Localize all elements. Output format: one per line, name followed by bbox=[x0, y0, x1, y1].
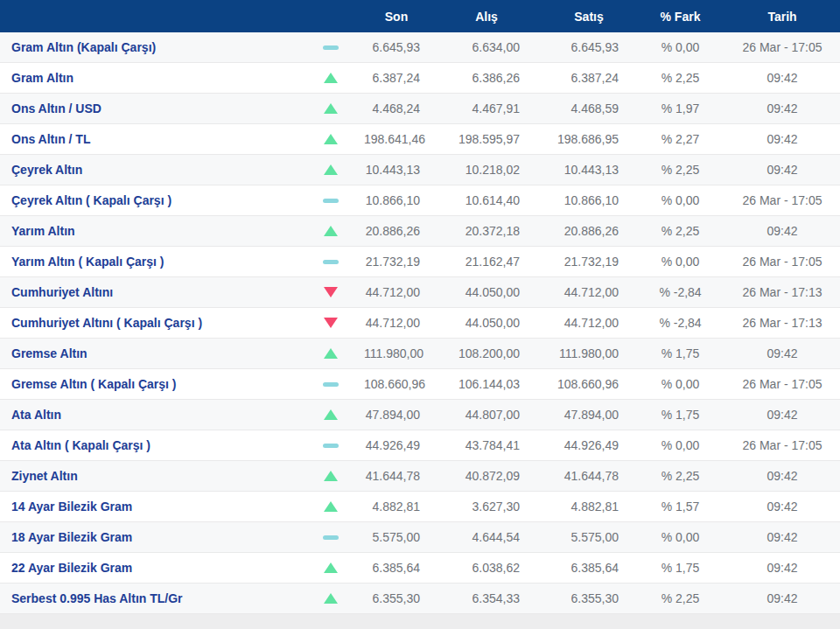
tarih-value: 09:42 bbox=[733, 500, 840, 514]
son-value: 44.712,00 bbox=[364, 316, 429, 330]
trend-up-icon bbox=[324, 103, 338, 114]
alis-value: 44.050,00 bbox=[429, 316, 528, 330]
table-row[interactable]: Ata Altın ( Kapalı Çarşı ) 44.926,49 43.… bbox=[0, 430, 840, 461]
instrument-name-link[interactable]: Gremse Altın bbox=[0, 346, 298, 360]
tarih-value: 09:42 bbox=[733, 469, 840, 483]
table-row[interactable]: Çeyrek Altın 10.443,13 10.218,02 10.443,… bbox=[0, 155, 840, 185]
trend-cell bbox=[298, 260, 364, 264]
trend-up-icon bbox=[324, 348, 338, 359]
table-row[interactable]: Gremse Altın ( Kapalı Çarşı ) 108.660,96… bbox=[0, 369, 840, 400]
alis-value: 108.200,00 bbox=[429, 346, 528, 360]
instrument-name-link[interactable]: Ziynet Altın bbox=[0, 469, 298, 483]
instrument-name-link[interactable]: Yarım Altın ( Kapalı Çarşı ) bbox=[0, 255, 298, 269]
instrument-name-link[interactable]: Ata Altın ( Kapalı Çarşı ) bbox=[0, 438, 298, 452]
son-value: 198.641,46 bbox=[364, 132, 429, 146]
trend-cell bbox=[298, 45, 364, 50]
satis-value: 44.926,49 bbox=[528, 438, 627, 452]
trend-up-icon bbox=[324, 409, 338, 420]
tarih-value: 09:42 bbox=[733, 101, 840, 115]
alis-value: 43.784,41 bbox=[429, 438, 528, 452]
trend-up-icon bbox=[324, 73, 338, 83]
satis-value: 21.732,19 bbox=[528, 255, 627, 269]
table-row[interactable]: Ons Altın / USD 4.468,24 4.467,91 4.468,… bbox=[0, 94, 840, 124]
table-row[interactable]: Gremse Altın 111.980,00 108.200,00 111.9… bbox=[0, 339, 840, 369]
instrument-name-link[interactable]: Çeyrek Altın bbox=[0, 163, 298, 177]
son-value: 10.866,10 bbox=[364, 193, 429, 207]
alis-value: 20.372,18 bbox=[429, 224, 528, 238]
trend-cell bbox=[298, 73, 364, 83]
instrument-name-link[interactable]: Çeyrek Altın ( Kapalı Çarşı ) bbox=[0, 193, 298, 207]
table-row[interactable]: Gram Altın 6.387,24 6.386,26 6.387,24 % … bbox=[0, 63, 840, 94]
alis-value: 106.144,03 bbox=[429, 377, 528, 391]
column-header-fark: % Fark bbox=[627, 10, 733, 24]
table-body: Gram Altın (Kapalı Çarşı) 6.645,93 6.634… bbox=[0, 32, 840, 614]
instrument-name-link[interactable]: Yarım Altın bbox=[0, 224, 298, 238]
instrument-name-link[interactable]: 22 Ayar Bilezik Gram bbox=[0, 561, 298, 575]
instrument-name-link[interactable]: Ata Altın bbox=[0, 408, 298, 422]
satis-value: 47.894,00 bbox=[528, 408, 627, 422]
table-row[interactable]: Ziynet Altın 41.644,78 40.872,09 41.644,… bbox=[0, 461, 840, 492]
son-value: 6.355,30 bbox=[364, 591, 429, 605]
son-value: 47.894,00 bbox=[364, 408, 429, 422]
table-row[interactable]: Cumhuriyet Altını ( Kapalı Çarşı ) 44.71… bbox=[0, 308, 840, 339]
alis-value: 10.614,40 bbox=[429, 193, 528, 207]
instrument-name-link[interactable]: Ons Altın / USD bbox=[0, 101, 298, 115]
table-row[interactable]: Çeyrek Altın ( Kapalı Çarşı ) 10.866,10 … bbox=[0, 185, 840, 216]
alis-value: 21.162,47 bbox=[429, 255, 528, 269]
alis-value: 10.218,02 bbox=[429, 163, 528, 177]
son-value: 41.644,78 bbox=[364, 469, 429, 483]
table-row[interactable]: Cumhuriyet Altını 44.712,00 44.050,00 44… bbox=[0, 277, 840, 308]
trend-up-icon bbox=[324, 501, 338, 512]
instrument-name-link[interactable]: 18 Ayar Bilezik Gram bbox=[0, 530, 298, 544]
table-row[interactable]: Gram Altın (Kapalı Çarşı) 6.645,93 6.634… bbox=[0, 32, 840, 63]
fark-value: % 0,00 bbox=[627, 438, 733, 452]
trend-cell bbox=[298, 382, 364, 387]
instrument-name-link[interactable]: 14 Ayar Bilezik Gram bbox=[0, 500, 298, 514]
fark-value: % 2,27 bbox=[627, 132, 733, 146]
fark-value: % 2,25 bbox=[627, 71, 733, 85]
fark-value: % 0,00 bbox=[627, 530, 733, 544]
instrument-name-link[interactable]: Cumhuriyet Altını ( Kapalı Çarşı ) bbox=[0, 316, 298, 330]
instrument-name-link[interactable]: Gram Altın (Kapalı Çarşı) bbox=[0, 40, 298, 54]
alis-value: 6.634,00 bbox=[429, 40, 528, 54]
trend-cell bbox=[298, 164, 364, 175]
fark-value: % 1,75 bbox=[627, 346, 733, 360]
gold-prices-table: Son Alış Satış % Fark Tarih Gram Altın (… bbox=[0, 0, 840, 614]
table-row[interactable]: Ata Altın 47.894,00 44.807,00 47.894,00 … bbox=[0, 400, 840, 430]
tarih-value: 26 Mar - 17:13 bbox=[733, 316, 840, 330]
instrument-name-link[interactable]: Cumhuriyet Altını bbox=[0, 285, 298, 299]
trend-cell bbox=[298, 348, 364, 359]
instrument-name-link[interactable]: Gram Altın bbox=[0, 71, 298, 85]
tarih-value: 09:42 bbox=[733, 561, 840, 575]
satis-value: 4.468,59 bbox=[528, 101, 627, 115]
instrument-name-link[interactable]: Serbest 0.995 Has Altın TL/Gr bbox=[0, 591, 298, 605]
satis-value: 6.385,64 bbox=[528, 561, 627, 575]
instrument-name-link[interactable]: Gremse Altın ( Kapalı Çarşı ) bbox=[0, 377, 298, 391]
son-value: 5.575,00 bbox=[364, 530, 429, 544]
table-row[interactable]: Yarım Altın 20.886,26 20.372,18 20.886,2… bbox=[0, 216, 840, 247]
satis-value: 20.886,26 bbox=[528, 224, 627, 238]
table-row[interactable]: 22 Ayar Bilezik Gram 6.385,64 6.038,62 6… bbox=[0, 553, 840, 584]
son-value: 20.886,26 bbox=[364, 224, 429, 238]
son-value: 6.387,24 bbox=[364, 71, 429, 85]
table-row[interactable]: Ons Altın / TL 198.641,46 198.595,97 198… bbox=[0, 124, 840, 155]
column-header-satis: Satış bbox=[528, 10, 627, 24]
trend-cell bbox=[298, 471, 364, 481]
alis-value: 6.038,62 bbox=[429, 561, 528, 575]
table-row[interactable]: 18 Ayar Bilezik Gram 5.575,00 4.644,54 5… bbox=[0, 522, 840, 553]
trend-cell bbox=[298, 501, 364, 512]
table-row[interactable]: Yarım Altın ( Kapalı Çarşı ) 21.732,19 2… bbox=[0, 247, 840, 277]
tarih-value: 26 Mar - 17:05 bbox=[733, 40, 840, 54]
instrument-name-link[interactable]: Ons Altın / TL bbox=[0, 132, 298, 146]
son-value: 21.732,19 bbox=[364, 255, 429, 269]
tarih-value: 26 Mar - 17:05 bbox=[733, 193, 840, 207]
trend-flat-icon bbox=[323, 45, 339, 50]
son-value: 111.980,00 bbox=[364, 346, 429, 360]
table-row[interactable]: Serbest 0.995 Has Altın TL/Gr 6.355,30 6… bbox=[0, 584, 840, 614]
alis-value: 40.872,09 bbox=[429, 469, 528, 483]
alis-value: 4.644,54 bbox=[429, 530, 528, 544]
satis-value: 5.575,00 bbox=[528, 530, 627, 544]
trend-down-icon bbox=[324, 318, 338, 328]
son-value: 4.468,24 bbox=[364, 101, 429, 115]
table-row[interactable]: 14 Ayar Bilezik Gram 4.882,81 3.627,30 4… bbox=[0, 492, 840, 522]
